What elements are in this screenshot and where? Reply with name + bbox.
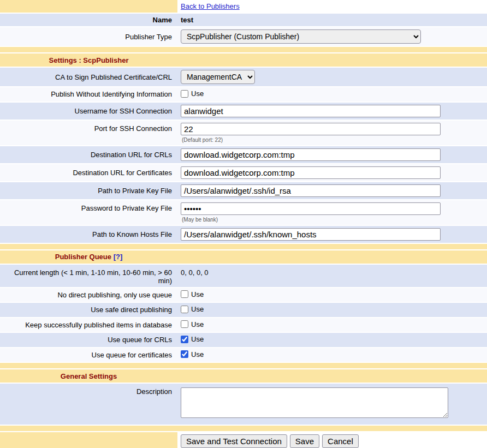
save-and-test-connection-button[interactable]: Save and Test Connection	[181, 434, 287, 448]
publisher-type-label: Publisher Type	[0, 27, 177, 47]
publisher-type-select[interactable]: ScpPublisher (Custom Publisher)	[181, 29, 421, 44]
general-section-title: General Settings	[0, 369, 177, 384]
ssh-port-row: Port for SSH Connection (Default port: 2…	[0, 121, 487, 146]
queue-crls-row: Use queue for CRLs Use	[0, 333, 487, 348]
queue-crls-checkbox-text: Use	[191, 335, 204, 343]
ssh-username-row: Username for SSH Connection	[0, 103, 487, 121]
queue-section-header-spacer	[177, 250, 487, 265]
crl-url-label: Destination URL for CRLs	[0, 146, 177, 164]
anonymize-checkbox-text: Use	[191, 89, 204, 98]
ca-select[interactable]: ManagementCA	[181, 70, 255, 84]
cert-url-row: Destination URL for Certificates	[0, 164, 487, 182]
settings-section-title: Settings : ScpPublisher	[0, 53, 177, 68]
known-hosts-path-label: Path to Known Hosts File	[0, 226, 177, 244]
ssh-port-label: Port for SSH Connection	[0, 121, 177, 146]
general-section-header-spacer	[177, 369, 487, 384]
description-row: Description	[0, 384, 487, 426]
private-key-path-row: Path to Private Key File	[0, 182, 487, 200]
anonymize-label: Publish Without Identifying Information	[0, 87, 177, 103]
queue-section-title: Publisher Queue [?]	[0, 250, 177, 265]
queue-certs-checkbox[interactable]	[181, 350, 188, 358]
back-to-publishers-link[interactable]: Back to Publishers	[181, 2, 240, 10]
crl-url-input[interactable]	[181, 148, 441, 161]
section-separator	[0, 426, 487, 432]
section-separator	[0, 47, 487, 53]
queue-section-header-row: Publisher Queue [?]	[0, 250, 487, 265]
private-key-password-note: (May be blank)	[181, 217, 483, 223]
back-link-cell: Back to Publishers	[177, 0, 487, 14]
keep-published-row: Keep successfully published items in dat…	[0, 318, 487, 333]
anonymize-row: Publish Without Identifying Information …	[0, 87, 487, 103]
settings-section-header-row: Settings : ScpPublisher	[0, 53, 487, 68]
safe-direct-checkbox-text: Use	[191, 305, 204, 313]
private-key-password-input[interactable]	[181, 202, 441, 215]
ssh-username-input[interactable]	[181, 105, 441, 117]
ssh-port-note: (Default port: 22)	[181, 137, 483, 143]
queue-certs-label: Use queue for certificates	[0, 348, 177, 363]
private-key-path-input[interactable]	[181, 184, 441, 197]
safe-direct-checkbox[interactable]	[181, 306, 188, 313]
back-link-row: Back to Publishers	[0, 0, 487, 14]
queue-crls-checkbox[interactable]	[181, 336, 188, 343]
section-separator	[0, 363, 487, 369]
save-button[interactable]: Save	[290, 434, 319, 448]
anonymize-use-label[interactable]: Use	[181, 89, 204, 98]
queue-crls-label: Use queue for CRLs	[0, 333, 177, 348]
keep-published-label: Keep successfully published items in dat…	[0, 318, 177, 333]
ca-label: CA to Sign Published Certificate/CRL	[0, 68, 177, 87]
crl-url-row: Destination URL for CRLs	[0, 146, 487, 164]
settings-section-header-spacer	[177, 53, 487, 68]
name-row: Name test	[0, 14, 487, 27]
anonymize-checkbox[interactable]	[181, 90, 188, 98]
safe-direct-label: Use safe direct publishing	[0, 303, 177, 318]
queue-certs-checkbox-text: Use	[191, 350, 204, 359]
queue-crls-use-label[interactable]: Use	[181, 335, 204, 343]
queue-certs-use-label[interactable]: Use	[181, 350, 204, 359]
private-key-password-label: Password to Private Key File	[0, 200, 177, 226]
keep-published-checkbox[interactable]	[181, 320, 188, 328]
only-queue-checkbox-text: Use	[191, 290, 204, 298]
section-separator	[0, 244, 487, 250]
safe-direct-use-label[interactable]: Use	[181, 305, 204, 313]
edit-publisher-form: Back to Publishers Name test Publisher T…	[0, 0, 487, 448]
name-value: test	[177, 14, 487, 27]
safe-direct-row: Use safe direct publishing Use	[0, 303, 487, 318]
known-hosts-path-input[interactable]	[181, 228, 441, 241]
current-length-value: 0, 0, 0, 0	[177, 265, 487, 288]
queue-certs-row: Use queue for certificates Use	[0, 348, 487, 363]
only-queue-checkbox[interactable]	[181, 290, 188, 298]
only-queue-row: No direct publishing, only use queue Use	[0, 288, 487, 303]
cancel-button[interactable]: Cancel	[322, 434, 359, 448]
only-queue-use-label[interactable]: Use	[181, 290, 204, 298]
only-queue-label: No direct publishing, only use queue	[0, 288, 177, 303]
publisher-type-row: Publisher Type ScpPublisher (Custom Publ…	[0, 27, 487, 47]
keep-published-checkbox-text: Use	[191, 320, 204, 328]
actions-row: Save and Test ConnectionSaveCancel	[0, 432, 487, 448]
cert-url-input[interactable]	[181, 166, 441, 179]
name-label: Name	[0, 14, 177, 27]
known-hosts-path-row: Path to Known Hosts File	[0, 226, 487, 244]
queue-help-link[interactable]: [?]	[114, 253, 123, 261]
private-key-path-label: Path to Private Key File	[0, 182, 177, 200]
ssh-username-label: Username for SSH Connection	[0, 103, 177, 121]
keep-published-use-label[interactable]: Use	[181, 320, 204, 328]
queue-section-title-text: Publisher Queue	[55, 253, 111, 261]
cert-url-label: Destination URL for Certificates	[0, 164, 177, 182]
current-length-row: Current length (< 1 min, 1-10 min, 10-60…	[0, 265, 487, 288]
description-label: Description	[0, 384, 177, 426]
current-length-label: Current length (< 1 min, 1-10 min, 10-60…	[0, 265, 177, 288]
ssh-port-input[interactable]	[181, 123, 441, 135]
general-section-header-row: General Settings	[0, 369, 487, 384]
actions-left-spacer	[0, 432, 177, 448]
top-left-spacer	[0, 0, 177, 14]
private-key-password-row: Password to Private Key File (May be bla…	[0, 200, 487, 226]
description-textarea[interactable]	[181, 387, 448, 418]
ca-row: CA to Sign Published Certificate/CRL Man…	[0, 68, 487, 87]
